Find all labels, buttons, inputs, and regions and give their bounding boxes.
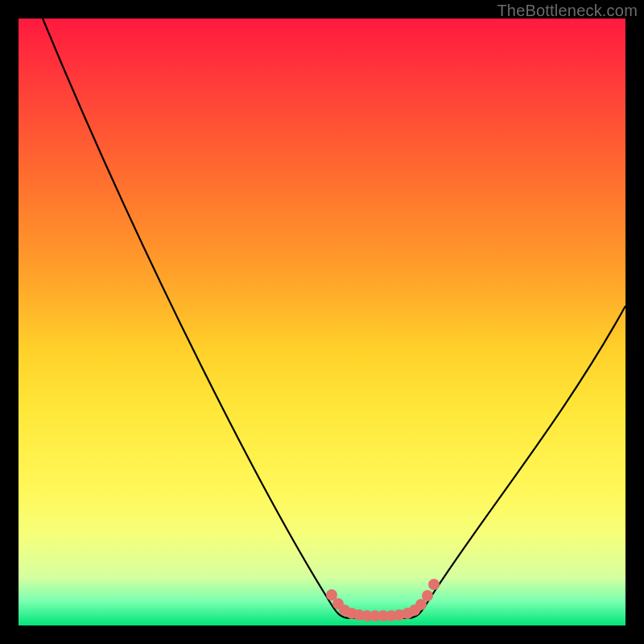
plot-area: [19, 19, 625, 625]
chart-frame: TheBottleneck.com: [0, 0, 644, 644]
watermark-text: TheBottleneck.com: [497, 2, 638, 20]
